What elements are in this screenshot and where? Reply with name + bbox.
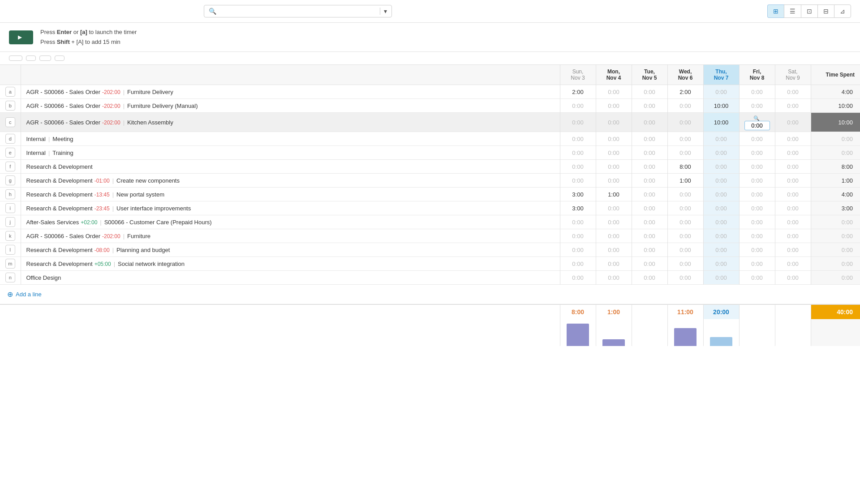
row-day-wed[interactable]: 0:00 (667, 99, 703, 113)
row-day-mon[interactable]: 0:00 (596, 174, 632, 188)
row-day-wed[interactable]: 0:00 (667, 257, 703, 271)
row-day-tue[interactable]: 0:00 (632, 215, 667, 229)
row-day-sat[interactable]: 0:00 (775, 174, 811, 188)
row-day-sun[interactable]: 0:00 (560, 257, 596, 271)
search-dropdown-arrow[interactable]: ▾ (380, 8, 387, 15)
row-day-tue[interactable]: 0:00 (632, 201, 667, 215)
view-btn-grid[interactable]: ⊞ (767, 4, 784, 18)
row-day-thu[interactable]: 0:00 (703, 257, 739, 271)
row-day-wed[interactable]: 0:00 (667, 201, 703, 215)
row-day-sun[interactable]: 0:00 (560, 229, 596, 243)
row-day-wed[interactable]: 0:00 (667, 215, 703, 229)
row-day-fri[interactable]: 0:00 (739, 215, 775, 229)
row-day-sun[interactable]: 0:00 (560, 174, 596, 188)
row-day-wed[interactable]: 2:00 (667, 85, 703, 99)
row-day-sat[interactable]: 0:00 (775, 271, 811, 285)
row-day-fri[interactable]: 0:00 (739, 229, 775, 243)
row-task-cell[interactable]: AGR - S00066 - Sales Order-202:00|Kitche… (21, 113, 560, 132)
row-task-cell[interactable]: After-Sales Services+02:00|S00066 - Cust… (21, 215, 560, 229)
row-day-tue[interactable]: 0:00 (632, 146, 667, 160)
row-day-fri[interactable]: 0:00 (739, 132, 775, 146)
row-day-mon[interactable]: 0:00 (596, 229, 632, 243)
row-day-tue[interactable]: 0:00 (632, 257, 667, 271)
row-day-sun[interactable]: 0:00 (560, 215, 596, 229)
prev-arrow-button[interactable] (26, 56, 36, 61)
row-day-sun[interactable]: 0:00 (560, 99, 596, 113)
row-day-tue[interactable]: 0:00 (632, 85, 667, 99)
row-day-thu[interactable]: 10:00 (703, 113, 739, 132)
row-day-thu[interactable]: 10:00 (703, 99, 739, 113)
row-day-fri[interactable]: 0:00 (739, 174, 775, 188)
row-day-fri[interactable]: 0:00 (739, 188, 775, 201)
view-btn-list[interactable]: ☰ (784, 4, 801, 18)
row-day-fri[interactable]: 0:00 (739, 85, 775, 99)
row-day-mon[interactable]: 0:00 (596, 113, 632, 132)
row-task-cell[interactable]: Research & Development+05:00|Social netw… (21, 257, 560, 271)
row-day-mon[interactable]: 1:00 (596, 188, 632, 201)
row-day-fri[interactable]: 0:00 (739, 146, 775, 160)
week-dropdown-button[interactable] (39, 56, 51, 61)
view-btn-table2[interactable]: ⊟ (817, 4, 834, 18)
row-day-sun[interactable]: 3:00 (560, 188, 596, 201)
row-day-fri[interactable]: 🔍 (739, 113, 775, 132)
row-day-tue[interactable]: 0:00 (632, 174, 667, 188)
row-day-mon[interactable]: 0:00 (596, 99, 632, 113)
row-day-wed[interactable]: 0:00 (667, 271, 703, 285)
row-task-cell[interactable]: AGR - S00066 - Sales Order-202:00|Furnit… (21, 99, 560, 113)
row-day-sat[interactable]: 0:00 (775, 243, 811, 257)
row-day-sun[interactable]: 0:00 (560, 160, 596, 174)
row-day-fri[interactable]: 0:00 (739, 257, 775, 271)
row-task-cell[interactable]: Internal|Training (21, 146, 560, 160)
row-day-fri[interactable]: 0:00 (739, 201, 775, 215)
row-day-sat[interactable]: 0:00 (775, 113, 811, 132)
search-input[interactable] (219, 8, 377, 15)
row-day-thu[interactable]: 0:00 (703, 271, 739, 285)
row-day-fri[interactable]: 0:00 (739, 243, 775, 257)
row-day-thu[interactable]: 0:00 (703, 132, 739, 146)
row-day-mon[interactable]: 0:00 (596, 243, 632, 257)
row-day-wed[interactable]: 0:00 (667, 188, 703, 201)
row-day-sat[interactable]: 0:00 (775, 85, 811, 99)
row-day-tue[interactable]: 0:00 (632, 160, 667, 174)
row-day-sat[interactable]: 0:00 (775, 229, 811, 243)
row-day-sat[interactable]: 0:00 (775, 99, 811, 113)
row-day-thu[interactable]: 0:00 (703, 146, 739, 160)
row-day-thu[interactable]: 0:00 (703, 174, 739, 188)
row-day-tue[interactable]: 0:00 (632, 99, 667, 113)
row-day-wed[interactable]: 0:00 (667, 132, 703, 146)
row-day-wed[interactable]: 0:00 (667, 113, 703, 132)
row-day-mon[interactable]: 0:00 (596, 85, 632, 99)
row-day-thu[interactable]: 0:00 (703, 85, 739, 99)
row-task-cell[interactable]: AGR - S00066 - Sales Order-202:00|Furnit… (21, 229, 560, 243)
row-day-sun[interactable]: 0:00 (560, 113, 596, 132)
row-day-fri[interactable]: 0:00 (739, 160, 775, 174)
row-day-tue[interactable]: 0:00 (632, 229, 667, 243)
row-day-fri[interactable]: 0:00 (739, 99, 775, 113)
row-task-cell[interactable]: Internal|Meeting (21, 132, 560, 146)
row-task-cell[interactable]: Office Design (21, 271, 560, 285)
row-day-sat[interactable]: 0:00 (775, 160, 811, 174)
row-day-mon[interactable]: 0:00 (596, 271, 632, 285)
row-task-cell[interactable]: Research & Development-23:45|User interf… (21, 201, 560, 215)
row-task-cell[interactable]: Research & Development-01:00|Create new … (21, 174, 560, 188)
view-btn-chart[interactable]: ⊿ (834, 4, 851, 18)
row-day-tue[interactable]: 0:00 (632, 271, 667, 285)
row-day-sat[interactable]: 0:00 (775, 132, 811, 146)
row-day-thu[interactable]: 0:00 (703, 188, 739, 201)
row-day-sun[interactable]: 0:00 (560, 243, 596, 257)
row-day-mon[interactable]: 0:00 (596, 132, 632, 146)
row-day-mon[interactable]: 0:00 (596, 215, 632, 229)
row-day-mon[interactable]: 0:00 (596, 146, 632, 160)
row-task-cell[interactable]: Research & Development-13:45|New portal … (21, 188, 560, 201)
row-day-sun[interactable]: 0:00 (560, 271, 596, 285)
row-day-fri[interactable]: 0:00 (739, 271, 775, 285)
row-day-thu[interactable]: 0:00 (703, 201, 739, 215)
row-day-wed[interactable]: 1:00 (667, 174, 703, 188)
row-day-sat[interactable]: 0:00 (775, 188, 811, 201)
add-line-button[interactable]: ⊕ Add a line (0, 288, 49, 300)
today-button[interactable] (9, 56, 22, 61)
row-day-tue[interactable]: 0:00 (632, 132, 667, 146)
row-day-sat[interactable]: 0:00 (775, 215, 811, 229)
row-day-tue[interactable]: 0:00 (632, 113, 667, 132)
row-day-thu[interactable]: 0:00 (703, 243, 739, 257)
